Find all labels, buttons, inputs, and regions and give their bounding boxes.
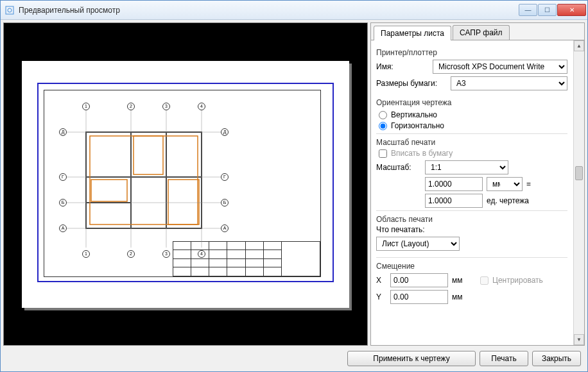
grid-bubble: 2 [127,250,135,258]
offset-y-input[interactable] [390,290,448,304]
scroll-up-icon[interactable]: ▲ [574,40,584,51]
minimize-button[interactable]: — [519,4,537,16]
fit-to-paper-checkbox[interactable] [379,149,387,158]
svg-point-1 [8,8,12,12]
scale-label: Масштаб: [376,163,421,172]
svg-rect-2 [86,132,202,228]
client-area: 1 2 3 4 1 2 3 4 Д Г Б А Д [1,20,587,371]
grid-bubble: Б [221,199,229,207]
offset-y-unit: мм [452,292,476,301]
app-window: Предварительный просмотр — ☐ ✕ [0,0,588,372]
grid-bubble: Г [221,173,229,181]
grid-bubble: 1 [82,250,90,258]
center-checkbox [480,276,489,285]
section-area: Область печати [376,215,567,224]
grid-bubble: 2 [127,103,135,110]
section-orientation: Ориентация чертежа [376,98,567,107]
grid-bubble: Д [59,128,67,136]
svg-rect-9 [134,136,163,174]
side-panel: Параметры листа САПР файл Принтер/плотте… [370,22,585,346]
close-button[interactable]: ✕ [557,4,586,16]
apply-button[interactable]: Применить к чертежу [347,351,476,366]
orientation-horizontal-radio[interactable] [379,122,387,130]
scroll-down-icon[interactable]: ▼ [574,334,584,345]
section-printer: Принтер/плоттер [376,48,567,57]
grid-bubble: Б [59,199,67,207]
grid-bubble: 4 [198,250,205,258]
print-area-select[interactable]: Лист (Layout) [376,237,460,251]
titlebar: Предварительный просмотр — ☐ ✕ [1,1,587,20]
printer-name-select[interactable]: Microsoft XPS Document Write [433,60,567,74]
drawing-frame: 1 2 3 4 1 2 3 4 Д Г Б А Д [44,90,321,277]
grid-bubble: А [59,224,67,232]
scale-value2-input[interactable] [425,194,483,208]
grid-bubble: Д [221,128,229,136]
section-scale: Масштаб печати [376,138,567,147]
scale-equals: = [526,180,531,189]
scrollbar-vertical[interactable]: ▲ ▼ [573,40,584,345]
grid-bubble: 4 [198,103,205,110]
svg-rect-0 [6,6,13,14]
window-title: Предварительный просмотр [19,6,120,15]
preview-pane[interactable]: 1 2 3 4 1 2 3 4 Д Г Б А Д [3,22,368,346]
app-icon [4,5,15,15]
paper-size-label: Размеры бумаги: [376,79,447,88]
svg-rect-7 [90,136,198,224]
offset-y-label: Y [376,292,386,301]
printer-name-label: Имя: [376,62,429,71]
center-label: Центрировать [492,276,543,285]
close-dialog-button[interactable]: Закрыть [532,351,581,366]
scale-unit2-label: ед. чертежа [487,196,529,205]
paper-size-select[interactable]: A3 [451,76,567,90]
grid-bubble: А [221,224,229,232]
orientation-horizontal-label: Горизонтально [391,121,444,130]
tab-sheet-params[interactable]: Параметры листа [374,26,451,40]
orientation-vertical-radio[interactable] [379,111,387,119]
grid-bubble: 3 [162,103,170,110]
maximize-button[interactable]: ☐ [538,4,557,16]
offset-x-unit: мм [452,276,476,285]
svg-rect-10 [168,180,199,224]
tab-body: Принтер/плоттер Имя: Microsoft XPS Docum… [371,40,584,345]
footer-buttons: Применить к чертежу Печать Закрыть [3,348,585,369]
scroll-thumb[interactable] [575,166,583,180]
scale-select[interactable]: 1:1 [425,160,508,174]
offset-x-input[interactable] [390,273,448,287]
main-row: 1 2 3 4 1 2 3 4 Д Г Б А Д [3,22,585,346]
offset-x-label: X [376,276,386,285]
floor-plan: 1 2 3 4 1 2 3 4 Д Г Б А Д [60,100,227,260]
paper-sheet: 1 2 3 4 1 2 3 4 Д Г Б А Д [22,61,349,308]
section-offset: Смещение [376,262,567,271]
svg-rect-8 [91,180,127,201]
tab-cad-file[interactable]: САПР файл [453,25,510,40]
what-to-print-label: Что печатать: [376,225,567,234]
scale-value1-input[interactable] [425,177,483,191]
print-button[interactable]: Печать [480,351,528,366]
grid-bubble: 1 [82,103,90,110]
scale-unit1-select[interactable]: мм [487,177,523,191]
fit-to-paper-label: Вписать в бумагу [391,149,453,158]
tab-strip: Параметры листа САПР файл [371,23,584,40]
orientation-vertical-label: Вертикально [391,110,437,119]
window-buttons: — ☐ ✕ [518,4,586,16]
grid-bubble: Г [59,173,67,181]
grid-bubble: 3 [162,250,170,258]
